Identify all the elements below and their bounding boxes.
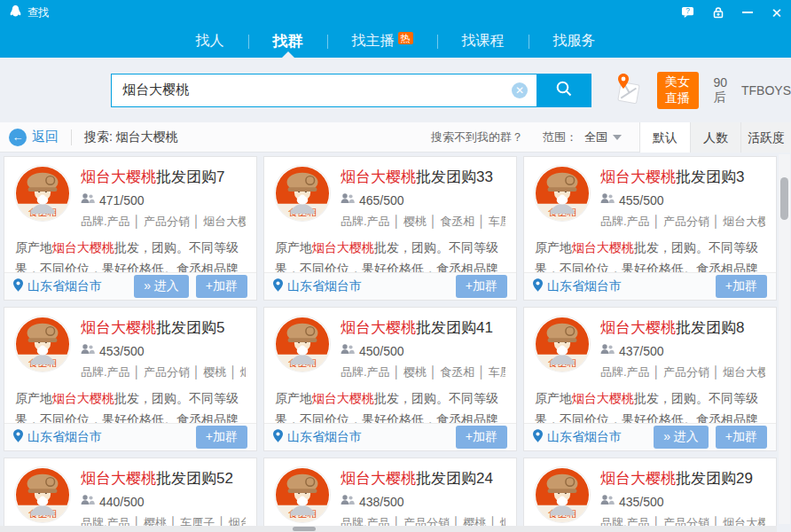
hot-keyword-90s[interactable]: 90后 bbox=[713, 75, 727, 106]
group-card: 食丞相 烟台大樱桃批发团购3 4 bbox=[523, 156, 777, 301]
nearby-map-pin-icon[interactable] bbox=[611, 72, 643, 109]
group-description: 原产地烟台大樱桃批发，团购。不同等级果，不同价位，果好价格低。食丞相品牌保证，我… bbox=[524, 380, 776, 423]
group-location[interactable]: 山东省烟台市 bbox=[13, 429, 102, 445]
group-tags: 品牌.产品 │ 产品分销 │ 烟台大樱桃 ... bbox=[600, 214, 765, 230]
cant-find-group-link[interactable]: 搜索不到我的群？ bbox=[431, 129, 523, 145]
main-nav: 找人 找群 找主播热 找课程 找服务 bbox=[0, 25, 791, 58]
group-card: 食丞相 烟台大樱桃批发团购33 bbox=[263, 156, 517, 301]
tab-find-courses[interactable]: 找课程 bbox=[438, 25, 529, 58]
location-pin-icon bbox=[533, 278, 543, 294]
card-footer: 山东省烟台市 +加群 bbox=[524, 272, 776, 300]
join-group-button[interactable]: +加群 bbox=[716, 426, 767, 449]
tab-find-streamers[interactable]: 找主播热 bbox=[328, 25, 437, 58]
live-beauty-badge[interactable]: 美女直播 bbox=[657, 72, 699, 109]
join-group-button[interactable]: +加群 bbox=[456, 275, 507, 298]
group-location[interactable]: 山东省烟台市 bbox=[273, 278, 362, 294]
group-card: 食丞相 烟台大樱桃批发团购41 bbox=[263, 307, 517, 451]
tab-find-groups[interactable]: 找群 bbox=[249, 25, 327, 58]
group-location[interactable]: 山东省烟台市 bbox=[13, 278, 102, 294]
group-title[interactable]: 烟台大樱桃批发团购24 bbox=[341, 468, 505, 489]
group-tags: 品牌.产品 │ 产品分销 │ 烟台大樱桃 ... bbox=[81, 214, 246, 230]
member-count: 450/500 bbox=[341, 343, 505, 358]
group-avatar[interactable]: 食丞相 bbox=[275, 166, 330, 221]
horizontal-scrollbar-thumb[interactable] bbox=[293, 527, 316, 531]
group-location[interactable]: 山东省烟台市 bbox=[533, 429, 622, 445]
group-card-grid: 食丞相 烟台大樱桃批发团购7 4 bbox=[4, 156, 787, 532]
group-title[interactable]: 烟台大樱桃批发团购29 bbox=[600, 468, 765, 489]
join-group-button[interactable]: +加群 bbox=[716, 275, 767, 298]
group-avatar[interactable]: 食丞相 bbox=[15, 467, 70, 522]
group-title[interactable]: 烟台大樱桃批发团购33 bbox=[341, 167, 505, 187]
sort-tab-default[interactable]: 默认 bbox=[639, 122, 690, 153]
group-card: 食丞相 烟台大樱桃批发团购5 4 bbox=[4, 307, 257, 451]
location-pin-icon bbox=[533, 429, 543, 445]
location-pin-icon bbox=[273, 278, 283, 294]
members-icon bbox=[600, 192, 615, 207]
sort-tab-members[interactable]: 人数 bbox=[690, 122, 740, 153]
group-avatar[interactable]: 食丞相 bbox=[15, 166, 70, 221]
tab-find-people[interactable]: 找人 bbox=[172, 25, 248, 58]
minimize-button[interactable] bbox=[742, 12, 753, 13]
search-input[interactable] bbox=[111, 74, 536, 107]
group-title[interactable]: 烟台大樱桃批发团购52 bbox=[81, 468, 246, 489]
vertical-scrollbar-thumb[interactable] bbox=[780, 177, 788, 220]
group-avatar[interactable]: 食丞相 bbox=[535, 317, 590, 372]
members-icon bbox=[341, 494, 355, 509]
group-title[interactable]: 烟台大樱桃批发团购3 bbox=[600, 167, 765, 187]
members-icon bbox=[600, 343, 615, 358]
group-location[interactable]: 山东省烟台市 bbox=[273, 429, 362, 445]
results-area: 食丞相 烟台大樱桃批发团购7 4 bbox=[0, 153, 791, 532]
card-footer: 山东省烟台市 » 进入 +加群 bbox=[524, 423, 776, 450]
scope-dropdown[interactable]: 全国 bbox=[584, 129, 622, 145]
group-description: 原产地烟台大樱桃批发，团购。不同等级果，不同价位，果好价格低，食丞相品牌保证。&… bbox=[264, 230, 516, 272]
hot-badge: 热 bbox=[398, 32, 413, 44]
group-avatar[interactable]: 食丞相 bbox=[535, 467, 590, 522]
enter-group-button[interactable]: » 进入 bbox=[654, 426, 709, 449]
members-icon bbox=[81, 192, 95, 207]
group-title[interactable]: 烟台大樱桃批发团购5 bbox=[81, 317, 246, 338]
location-pin-icon bbox=[13, 429, 23, 445]
group-avatar[interactable]: 食丞相 bbox=[275, 467, 330, 522]
group-avatar[interactable]: 食丞相 bbox=[15, 317, 70, 372]
group-location[interactable]: 山东省烟台市 bbox=[533, 278, 622, 294]
back-arrow-icon: ← bbox=[9, 129, 27, 146]
enter-group-button[interactable]: » 进入 bbox=[134, 275, 189, 298]
qq-find-window: 查找 ? ✕ 找人 找群 找主播热 找课程 找服务 ✕ bbox=[0, 0, 791, 532]
group-card: 食丞相 烟台大樱桃批发团购7 4 bbox=[4, 156, 257, 301]
back-button[interactable]: ← 返回 bbox=[9, 129, 59, 146]
members-icon bbox=[81, 494, 95, 509]
group-title[interactable]: 烟台大樱桃批发团购7 bbox=[81, 167, 246, 187]
window-title: 查找 bbox=[27, 5, 49, 20]
card-footer: 山东省烟台市 +加群 bbox=[264, 423, 516, 450]
scope-label: 范围： bbox=[543, 129, 577, 145]
group-title[interactable]: 烟台大樱桃批发团购8 bbox=[600, 317, 765, 338]
close-button[interactable]: ✕ bbox=[771, 6, 782, 20]
join-group-button[interactable]: +加群 bbox=[196, 275, 247, 298]
member-count: 435/500 bbox=[600, 494, 765, 509]
group-tags: 品牌.产品 │ 产品分销 │ 烟台大樱桃 ... bbox=[600, 364, 765, 380]
group-avatar[interactable]: 食丞相 bbox=[535, 166, 590, 221]
qq-penguin-icon bbox=[9, 4, 22, 21]
join-group-button[interactable]: +加群 bbox=[456, 426, 507, 449]
group-card: 食丞相 烟台大樱桃批发团购29 bbox=[523, 458, 777, 532]
clear-search-icon[interactable]: ✕ bbox=[512, 82, 528, 98]
members-icon bbox=[600, 494, 615, 509]
member-count: 455/500 bbox=[600, 192, 765, 207]
divider bbox=[71, 129, 72, 145]
join-group-button[interactable]: +加群 bbox=[196, 426, 247, 449]
lock-plus-icon[interactable] bbox=[712, 6, 724, 19]
search-button[interactable] bbox=[536, 74, 591, 107]
horizontal-scrollbar[interactable] bbox=[0, 526, 777, 532]
card-footer: 山东省烟台市 +加群 bbox=[264, 272, 516, 300]
members-icon bbox=[341, 192, 355, 207]
hot-keyword-tfboys[interactable]: TFBOYS bbox=[741, 83, 791, 98]
vertical-scrollbar[interactable] bbox=[779, 154, 790, 524]
members-icon bbox=[341, 343, 355, 358]
group-title[interactable]: 烟台大樱桃批发团购41 bbox=[341, 317, 505, 338]
tab-find-services[interactable]: 找服务 bbox=[529, 25, 620, 58]
member-count: 453/500 bbox=[81, 343, 246, 358]
feedback-icon[interactable]: ? bbox=[681, 6, 694, 19]
sort-tab-activity[interactable]: 活跃度 bbox=[740, 122, 791, 153]
search-section: ✕ 美女直播 90后 TFBOYS bbox=[0, 58, 791, 122]
group-avatar[interactable]: 食丞相 bbox=[275, 317, 330, 372]
